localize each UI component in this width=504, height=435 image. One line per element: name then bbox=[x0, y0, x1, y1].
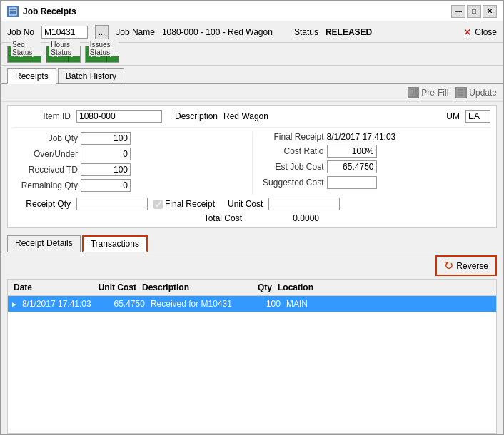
col-header-date: Date bbox=[11, 281, 89, 294]
title-controls: — □ ✕ bbox=[451, 5, 497, 18]
final-receipt-checkbox-label: Final Receipt bbox=[153, 199, 215, 209]
reverse-icon: ↻ bbox=[444, 259, 453, 272]
job-no-input[interactable] bbox=[41, 26, 88, 39]
cell-date: 8/1/2017 17:41:03 bbox=[19, 297, 98, 310]
job-bar: Job No ... Job Name 1080-000 - 100 - Red… bbox=[1, 21, 503, 43]
cell-unit-cost: 65.4750 bbox=[98, 297, 148, 310]
receipt-qty-input[interactable] bbox=[76, 198, 148, 210]
job-qty-row: Job Qty bbox=[14, 132, 245, 145]
est-job-cost-label: Est Job Cost bbox=[260, 162, 324, 172]
maximize-button[interactable]: □ bbox=[467, 5, 481, 18]
svg-rect-6 bbox=[457, 88, 464, 97]
um-input[interactable] bbox=[465, 110, 490, 123]
final-receipt-value: 8/1/2017 17:41:03 bbox=[327, 132, 396, 142]
cell-qty: 100 bbox=[255, 297, 283, 310]
job-qty-label: Job Qty bbox=[14, 133, 78, 143]
two-col-layout: Job Qty Over/Under Received TD Remaining… bbox=[14, 132, 490, 195]
unit-cost-label: Unit Cost bbox=[228, 199, 263, 209]
job-name-label: Job Name bbox=[116, 27, 155, 37]
suggested-cost-row: Suggested Cost bbox=[260, 176, 491, 189]
seq-status-filter: Seq Status All ▶ bbox=[7, 46, 41, 63]
right-column: Final Receipt 8/1/2017 17:41:03 Cost Rat… bbox=[252, 132, 491, 195]
seq-status-label: Seq Status bbox=[11, 41, 41, 56]
col-header-unit-cost: Unit Cost bbox=[89, 281, 139, 294]
svg-rect-0 bbox=[9, 8, 16, 15]
left-column: Job Qty Over/Under Received TD Remaining… bbox=[14, 132, 252, 195]
issues-status-label: Issues Status bbox=[89, 41, 119, 56]
final-receipt-row: Final Receipt 8/1/2017 17:41:03 bbox=[260, 132, 491, 142]
item-row: Item ID Description Red Wagon UM bbox=[14, 110, 490, 128]
over-under-row: Over/Under bbox=[14, 148, 245, 160]
final-receipt-chk-label: Final Receipt bbox=[165, 199, 215, 209]
top-tabs: Receipts Batch History bbox=[1, 66, 503, 84]
over-under-input[interactable] bbox=[81, 148, 131, 160]
total-cost-value: 0.0000 bbox=[248, 213, 319, 223]
est-job-cost-input[interactable] bbox=[327, 160, 377, 173]
receipt-qty-label: Receipt Qty bbox=[14, 199, 71, 209]
minimize-button[interactable]: — bbox=[451, 5, 465, 18]
cell-description: Received for M10431 bbox=[148, 297, 255, 310]
title-bar: Job Receipts — □ ✕ bbox=[1, 1, 503, 21]
item-id-label: Item ID bbox=[14, 111, 71, 121]
bottom-tabs: Receipt Details Transactions bbox=[1, 231, 503, 252]
status-label: Status bbox=[294, 27, 318, 37]
transaction-table: Date Unit Cost Description Qty Location … bbox=[7, 279, 497, 434]
hours-status-label: Hours Status bbox=[49, 41, 79, 56]
status-value: RELEASED bbox=[326, 27, 372, 37]
col-header-location: Location bbox=[275, 281, 332, 294]
tab-receipts[interactable]: Receipts bbox=[7, 68, 56, 84]
table-row[interactable]: ► 8/1/2017 17:41:03 65.4750 Received for… bbox=[8, 296, 496, 312]
suggested-cost-input[interactable] bbox=[327, 176, 377, 189]
total-cost-label: Total Cost bbox=[185, 213, 242, 223]
suggested-cost-label: Suggested Cost bbox=[260, 178, 324, 188]
close-top-button[interactable]: ✕ Close bbox=[463, 26, 497, 38]
job-name-value: 1080-000 - 100 - Red Wagon bbox=[162, 27, 273, 37]
final-receipt-checkbox[interactable] bbox=[153, 200, 163, 209]
window-title: Job Receipts bbox=[23, 6, 76, 16]
filter-bar: Seq Status All ▶ Hours Status All ▶ Issu… bbox=[1, 43, 503, 66]
cost-ratio-row: Cost Ratio bbox=[260, 145, 491, 158]
prefill-icon bbox=[408, 87, 419, 98]
cost-ratio-label: Cost Ratio bbox=[260, 146, 324, 156]
toolbar: Pre-Fill Update bbox=[1, 84, 503, 102]
item-id-input[interactable] bbox=[76, 110, 162, 123]
update-icon bbox=[455, 87, 467, 98]
remaining-qty-row: Remaining Qty bbox=[14, 179, 245, 192]
col-header-qty: Qty bbox=[246, 281, 275, 294]
reverse-area: ↻ Reverse bbox=[1, 252, 503, 279]
remaining-qty-input[interactable] bbox=[81, 179, 131, 192]
reverse-button[interactable]: ↻ Reverse bbox=[435, 255, 497, 276]
hours-status-filter: Hours Status All ▶ bbox=[46, 46, 80, 63]
main-window: Job Receipts — □ ✕ Job No ... Job Name 1… bbox=[0, 0, 504, 435]
job-no-lookup-button[interactable]: ... bbox=[95, 25, 109, 39]
description-value: Red Wagon bbox=[223, 111, 433, 121]
prefill-button[interactable]: Pre-Fill bbox=[408, 87, 448, 98]
content-area: Pre-Fill Update Item ID Description bbox=[1, 84, 503, 434]
tab-receipt-details[interactable]: Receipt Details bbox=[7, 235, 81, 252]
reverse-label: Reverse bbox=[456, 261, 488, 271]
unit-cost-input[interactable] bbox=[268, 198, 340, 210]
tab-batch-history[interactable]: Batch History bbox=[58, 68, 124, 83]
receipt-qty-row: Receipt Qty Final Receipt Unit Cost bbox=[14, 198, 490, 210]
over-under-label: Over/Under bbox=[14, 149, 78, 159]
close-x-icon: ✕ bbox=[463, 26, 472, 38]
job-no-label: Job No bbox=[7, 27, 34, 37]
um-label: UM bbox=[446, 111, 460, 121]
remaining-qty-label: Remaining Qty bbox=[14, 180, 78, 190]
prefill-label: Pre-Fill bbox=[421, 88, 448, 98]
update-button[interactable]: Update bbox=[455, 87, 497, 98]
total-cost-row: Total Cost 0.0000 bbox=[14, 213, 490, 223]
col-header-description: Description bbox=[139, 281, 246, 294]
final-receipt-date-label: Final Receipt bbox=[260, 132, 324, 142]
title-bar-left: Job Receipts bbox=[7, 6, 76, 17]
close-label: Close bbox=[475, 27, 497, 37]
issues-status-filter: Issues Status All ▶ bbox=[85, 46, 119, 63]
cost-ratio-input[interactable] bbox=[327, 145, 377, 158]
tab-transactions[interactable]: Transactions bbox=[82, 235, 148, 252]
description-label: Description bbox=[175, 111, 218, 121]
update-label: Update bbox=[469, 88, 497, 98]
app-icon bbox=[7, 6, 19, 17]
window-close-button[interactable]: ✕ bbox=[483, 5, 497, 18]
job-qty-input[interactable] bbox=[81, 132, 131, 145]
received-td-input[interactable] bbox=[81, 163, 131, 176]
